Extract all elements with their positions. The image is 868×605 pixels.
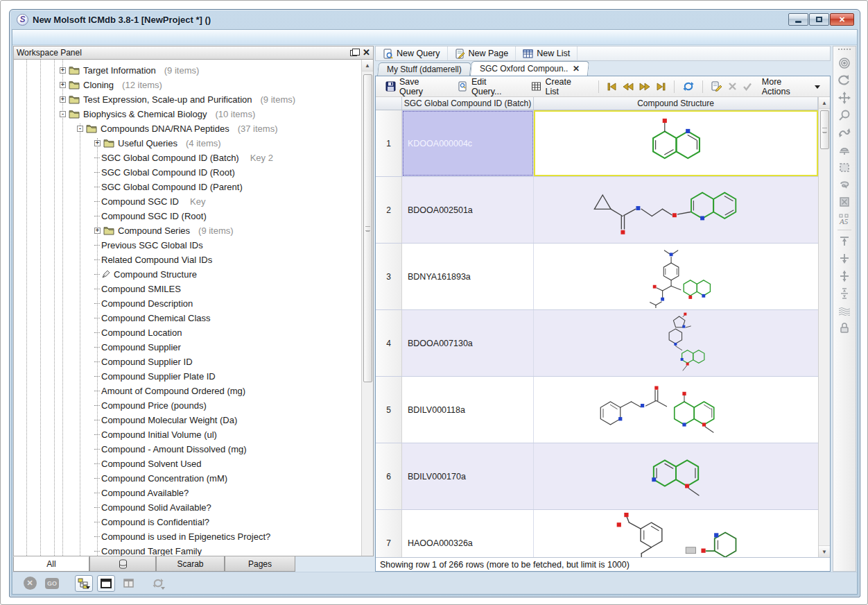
compound-structure-cell[interactable] <box>534 377 818 443</box>
lamp-icon[interactable] <box>835 141 853 158</box>
tree-expander-icon[interactable] <box>77 126 83 132</box>
tab-database[interactable] <box>89 556 156 572</box>
tree-item[interactable]: Biophysics & Chemical Biology (10 items) <box>14 107 361 121</box>
row-number-cell[interactable]: 4 <box>376 310 402 376</box>
tree-item[interactable]: Compound Supplier Plate ID <box>14 369 361 384</box>
delete-row-icon[interactable] <box>728 82 737 91</box>
clear-selection-icon[interactable] <box>835 193 853 210</box>
tree-item[interactable]: Compound Structure <box>14 267 361 282</box>
compound-structure-cell[interactable] <box>534 310 818 376</box>
edit-row-icon[interactable] <box>711 81 722 92</box>
tree-item[interactable]: Compound Location <box>14 325 361 340</box>
tree-item[interactable]: Compound Price (pounds) <box>14 398 361 413</box>
new-list-button[interactable]: New List <box>516 46 578 60</box>
tree-item[interactable]: Compound is used in Epigenetics Project? <box>14 529 361 544</box>
tree-item[interactable]: Previous SGC Global IDs <box>14 238 361 253</box>
tree-item[interactable]: Compound is Confidential? <box>14 515 361 529</box>
row-number-cell[interactable]: 6 <box>376 443 402 509</box>
tree-item[interactable]: SGC Global Compound ID (Parent) <box>14 180 361 194</box>
last-row-icon[interactable] <box>656 83 666 91</box>
toolbar-grip[interactable] <box>838 49 851 51</box>
refresh-icon[interactable] <box>683 81 694 92</box>
compound-structure-cell[interactable] <box>534 244 818 309</box>
hierarchy-view-button[interactable] <box>75 575 93 592</box>
tree-item[interactable]: Compound SGC ID (Root) <box>14 209 361 223</box>
tree-expander-icon[interactable] <box>94 228 101 234</box>
tree-item[interactable]: Compound Concentration (mM) <box>14 471 361 486</box>
tree-expander-icon[interactable] <box>60 96 66 103</box>
tree-scrollbar-thumb[interactable] <box>363 74 372 382</box>
float-panel-icon[interactable] <box>350 50 357 56</box>
corner-header-cell[interactable] <box>376 97 402 110</box>
tree-item[interactable]: Compound Supplier <box>14 340 361 355</box>
tree-item[interactable]: Compounds DNA/RNA Peptides (37 items) <box>14 121 361 136</box>
first-row-icon[interactable] <box>607 83 617 91</box>
tab-pages[interactable]: Pages <box>225 556 295 572</box>
maximize-button[interactable] <box>809 13 829 26</box>
go-button[interactable]: GO <box>43 575 61 592</box>
tab-all[interactable]: All <box>13 556 89 572</box>
column-header-compound-structure[interactable]: Compound Structure <box>534 97 818 110</box>
compound-structure-cell[interactable] <box>534 443 818 509</box>
translate-down-icon[interactable] <box>835 250 853 267</box>
cancel-button[interactable]: ✕ <box>21 575 39 592</box>
center-view-icon[interactable] <box>835 54 853 71</box>
label-a5-icon[interactable]: A5 <box>835 210 853 228</box>
tree-item[interactable]: Compound Initial Volume (ul) <box>14 427 361 442</box>
scroll-up-icon[interactable]: ▲ <box>362 60 374 71</box>
tree-expander-icon[interactable] <box>60 82 66 88</box>
compound-id-cell[interactable]: BDNYA161893a <box>402 244 534 309</box>
translate-up-icon[interactable] <box>835 232 853 250</box>
zoom-icon[interactable] <box>835 106 853 123</box>
row-number-cell[interactable]: 3 <box>376 244 402 309</box>
edit-query-button[interactable]: Edit Query... <box>453 76 523 99</box>
tree-item[interactable]: Related Compound Vial IDs <box>14 253 361 267</box>
compound-id-cell[interactable]: BDOOA002501a <box>402 177 534 243</box>
tree-item[interactable]: Compound Available? <box>14 486 361 500</box>
compound-id-cell[interactable]: HAOOA000326a <box>402 510 534 557</box>
confirm-icon[interactable] <box>743 83 752 91</box>
tree-item[interactable]: Compound Chemical Class <box>14 311 361 325</box>
split-window-button[interactable] <box>119 575 137 592</box>
rect-select-icon[interactable] <box>835 158 853 176</box>
tab-close-icon[interactable]: ✕ <box>573 64 580 74</box>
tree-item[interactable]: Amount of Compound Ordered (mg) <box>14 384 361 398</box>
tree-item[interactable]: SGC Global Compound ID (Batch) Key 2 <box>14 151 361 165</box>
tree-item[interactable]: Compound Supplier ID <box>14 355 361 369</box>
compound-structure-cell[interactable] <box>534 177 818 243</box>
scroll-up-icon[interactable]: ▲ <box>819 97 831 109</box>
tree-expander-icon[interactable] <box>60 67 66 74</box>
mesh-icon[interactable] <box>835 302 853 319</box>
tree-item[interactable]: Compound Description <box>14 296 361 311</box>
minimize-button[interactable] <box>788 13 808 26</box>
rotate-3d-icon[interactable] <box>835 123 853 141</box>
new-query-button[interactable]: New Query <box>376 46 448 60</box>
compound-id-cell[interactable]: BDILV000118a <box>402 377 534 443</box>
lock-icon[interactable] <box>835 319 853 336</box>
tree-item[interactable]: Compound Target Family <box>14 544 361 556</box>
close-panel-icon[interactable]: ✕ <box>363 49 370 56</box>
tree-item[interactable]: Compound Series (9 items) <box>14 223 361 238</box>
tree-item[interactable]: Compound Solid Available? <box>14 500 361 515</box>
tree-expander-icon[interactable] <box>60 111 66 117</box>
more-actions-button[interactable]: More Actions <box>758 76 824 98</box>
tree-item[interactable]: Compound Solvent Used <box>14 457 361 471</box>
tab-sgc-oxford-compounds[interactable]: SGC Oxford Compoun.. ✕ <box>470 61 590 76</box>
create-list-button[interactable]: Create List <box>527 76 591 99</box>
tree-item[interactable]: Useful Queries (4 items) <box>14 136 361 151</box>
compound-id-cell[interactable]: BDILV000170a <box>402 443 534 509</box>
tree-item[interactable]: Compound - Amount Dissolved (mg) <box>14 442 361 457</box>
tree-item[interactable]: Target Information (9 items) <box>14 63 361 78</box>
new-page-button[interactable]: New Page <box>448 46 517 60</box>
next-rows-icon[interactable] <box>639 83 650 91</box>
single-window-button[interactable] <box>97 575 115 592</box>
row-number-cell[interactable]: 2 <box>376 177 402 243</box>
compress-vertical-icon[interactable] <box>835 284 853 302</box>
compound-structure-cell[interactable] <box>534 110 818 176</box>
tree-item[interactable]: Cloning (12 items) <box>14 78 361 92</box>
row-number-cell[interactable]: 1 <box>376 110 402 176</box>
compound-structure-cell[interactable] <box>534 510 818 557</box>
save-query-button[interactable]: Save Query <box>381 76 449 99</box>
compound-id-cell[interactable]: KDOOA000004c <box>402 110 534 176</box>
scroll-down-icon[interactable]: ▼ <box>819 545 831 557</box>
